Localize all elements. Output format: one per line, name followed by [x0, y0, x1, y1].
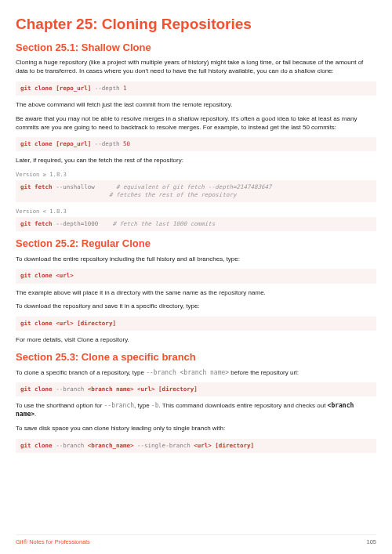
code-keyword: git fetch	[20, 220, 53, 227]
code-block: git fetch --depth=1000 # fetch the last …	[16, 217, 376, 231]
inline-code: --branch	[146, 369, 176, 376]
code-arg: [directory]	[158, 386, 198, 393]
code-comment: # fetches the rest of the repository	[109, 191, 237, 198]
code-block: git clone [repo_url] --depth 50	[16, 137, 376, 151]
code-arg: <url>	[194, 442, 212, 449]
code-option: --depth	[95, 140, 120, 147]
text-fragment: To use the shorthand option for	[16, 402, 104, 409]
text-fragment: before the repository url:	[229, 369, 299, 376]
code-comment: # fetch the last 1000 commits	[112, 220, 215, 227]
text-fragment: .	[34, 411, 36, 418]
body-text: Cloning a huge repository (like a projec…	[16, 59, 376, 76]
footer-title: Git® Notes for Professionals	[16, 538, 90, 546]
code-block: git clone <url> [directory]	[16, 317, 376, 331]
page-footer: Git® Notes for Professionals 105	[16, 534, 376, 546]
body-text: To save disk space you can clone history…	[16, 425, 376, 433]
code-option: --branch	[56, 386, 84, 393]
code-keyword: git clone	[20, 85, 53, 92]
version-note: Version < 1.8.3	[16, 208, 376, 215]
code-arg: <url>	[137, 386, 155, 393]
code-keyword: git clone	[20, 272, 53, 279]
inline-code: <branch name>	[176, 369, 229, 376]
code-arg: [repo_url]	[56, 85, 91, 92]
code-block: git clone --branch <branch name> <url> […	[16, 382, 376, 396]
code-keyword: git clone	[20, 386, 53, 393]
code-keyword: git fetch	[20, 183, 53, 190]
body-text: Later, if required, you can the fetch th…	[16, 157, 376, 165]
code-arg: <branch_name>	[88, 442, 134, 449]
body-text: For more details, visit Clone a reposito…	[16, 336, 376, 345]
section-25-1-heading: Section 25.1: Shallow Clone	[16, 41, 376, 55]
text-fragment: , type	[134, 402, 151, 409]
body-text: The above command will fetch just the la…	[16, 101, 376, 110]
section-25-3-heading: Section 25.3: Clone a specific branch	[16, 350, 376, 364]
chapter-title: Chapter 25: Cloning Repositories	[16, 14, 376, 34]
code-option: --single-branch	[137, 442, 191, 449]
code-arg: [directory]	[215, 442, 254, 449]
inline-code: -b	[151, 402, 159, 409]
code-option: --branch	[56, 442, 84, 449]
code-comment: # equivalent of git fetch --depth=214748…	[116, 183, 272, 190]
code-arg: [repo_url]	[56, 140, 91, 147]
text-fragment: . This command downloads entire reposito…	[159, 402, 328, 409]
code-arg: <url>	[56, 272, 74, 279]
code-number: 50	[123, 140, 130, 147]
body-text: Be aware that you may not be able to res…	[16, 115, 376, 132]
code-arg: [directory]	[77, 320, 116, 327]
text-fragment: To clone a specific branch of a reposito…	[16, 369, 146, 376]
inline-code: --branch	[104, 402, 135, 409]
page-number: 105	[366, 538, 376, 546]
body-text: To use the shorthand option for --branch…	[16, 402, 376, 419]
body-text: To download the entire repository includ…	[16, 255, 376, 264]
section-25-2-heading: Section 25.2: Regular Clone	[16, 237, 376, 251]
version-note: Version ≥ 1.8.3	[16, 171, 376, 179]
code-keyword: git clone	[20, 140, 53, 147]
code-block: git clone <url>	[16, 269, 376, 283]
code-keyword: git clone	[20, 442, 53, 449]
body-text: To clone a specific branch of a reposito…	[16, 369, 376, 378]
code-option: --unshallow	[56, 183, 95, 190]
body-text: The example above will place it in a dir…	[16, 289, 376, 298]
code-block: git clone --branch <branch_name> --singl…	[16, 439, 376, 453]
code-arg: <url>	[56, 320, 74, 327]
code-option: --depth	[95, 85, 120, 92]
code-keyword: git clone	[20, 320, 53, 327]
code-number: 1	[123, 85, 127, 92]
body-text: To download the repository and save it i…	[16, 302, 376, 311]
code-block: git clone [repo_url] --depth 1	[16, 81, 376, 96]
code-arg: <branch name>	[88, 386, 134, 393]
code-block: git fetch --unshallow # equivalent of gi…	[16, 180, 376, 202]
code-option: --depth=1000	[56, 220, 98, 227]
